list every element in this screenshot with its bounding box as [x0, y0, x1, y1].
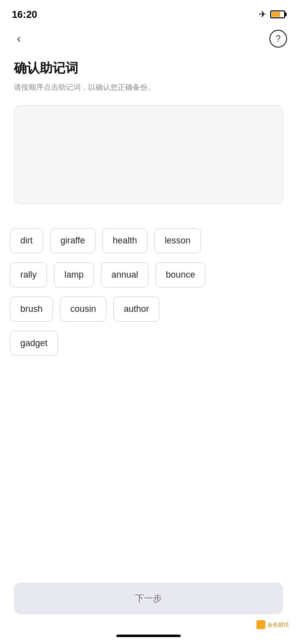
page-subtitle: 请按顺序点击助记词，以确认您正确备份。 — [14, 82, 283, 93]
words-row-4: gadget — [10, 331, 287, 356]
words-row-2: rally lamp annual bounce — [10, 262, 287, 288]
battery-fill — [272, 12, 280, 17]
word-chip-author[interactable]: author — [113, 296, 159, 322]
selection-area — [14, 105, 283, 204]
bottom-area: 下一步 — [0, 583, 297, 614]
word-chip-lamp[interactable]: lamp — [54, 262, 94, 288]
watermark-text: 金色财经 — [267, 621, 289, 629]
word-chip-giraffe[interactable]: giraffe — [50, 228, 96, 253]
word-chip-brush[interactable]: brush — [10, 296, 53, 322]
back-button[interactable]: ‹ — [10, 30, 28, 48]
word-chip-health[interactable]: health — [102, 228, 148, 253]
next-button[interactable]: 下一步 — [14, 583, 283, 614]
status-icons: ✈ — [259, 9, 285, 20]
status-bar: 16:20 ✈ — [0, 0, 297, 26]
watermark-icon — [256, 620, 265, 629]
word-chip-gadget[interactable]: gadget — [10, 331, 58, 356]
page-title: 确认助记词 — [14, 59, 283, 77]
home-indicator — [116, 635, 181, 637]
watermark: 金色财经 — [256, 620, 289, 629]
airplane-icon: ✈ — [259, 9, 266, 20]
help-button[interactable]: ? — [269, 30, 287, 48]
word-chip-lesson[interactable]: lesson — [154, 228, 201, 253]
word-chip-cousin[interactable]: cousin — [60, 296, 106, 322]
words-row-3: brush cousin author — [10, 296, 287, 322]
status-time: 16:20 — [12, 9, 37, 20]
word-chip-dirt[interactable]: dirt — [10, 228, 43, 253]
word-chip-annual[interactable]: annual — [101, 262, 148, 288]
words-container: dirt giraffe health lesson rally lamp an… — [0, 228, 297, 356]
word-chip-bounce[interactable]: bounce — [155, 262, 205, 288]
words-row-1: dirt giraffe health lesson — [10, 228, 287, 253]
nav-bar: ‹ ? — [0, 26, 297, 52]
word-chip-rally[interactable]: rally — [10, 262, 47, 288]
page-content: 确认助记词 请按顺序点击助记词，以确认您正确备份。 — [0, 52, 297, 228]
battery-icon — [270, 10, 285, 18]
